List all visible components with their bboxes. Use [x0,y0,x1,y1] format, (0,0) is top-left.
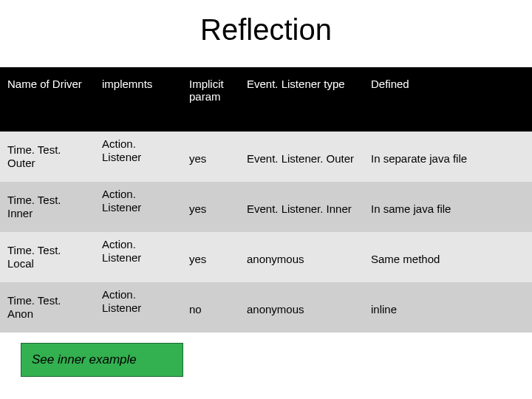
table-row: Time. Test. Anon Action. Listener no ano… [0,282,532,332]
table-row: Time. Test. Local Action. Listener yes a… [0,232,532,282]
cell-name: Time. Test. Inner [0,182,95,232]
cell-implicit: no [182,282,239,332]
see-inner-example-link[interactable]: See inner example [21,343,183,377]
slide: Reflection Name of Driver implemnts Impl… [0,0,532,399]
table-row: Time. Test. Inner Action. Listener yes E… [0,182,532,232]
cell-implements: Action. Listener [95,132,182,182]
cell-implements: Action. Listener [95,232,182,282]
cell-implicit: yes [182,232,239,282]
col-header-implements: implemnts [95,67,182,132]
cell-name: Time. Test. Local [0,232,95,282]
cell-defined: In same java file [364,182,532,232]
table-header-row: Name of Driver implemnts Implicit param … [0,67,532,132]
cell-type: anonymous [239,232,364,282]
cell-name: Time. Test. Outer [0,132,95,182]
cell-defined: inline [364,282,532,332]
col-header-defined: Defined [364,67,532,132]
cell-implicit: yes [182,132,239,182]
cell-implicit: yes [182,182,239,232]
col-header-implicit: Implicit param [182,67,239,132]
col-header-name: Name of Driver [0,67,95,132]
cell-name: Time. Test. Anon [0,282,95,332]
cell-defined: In separate java file [364,132,532,182]
cell-implements: Action. Listener [95,182,182,232]
col-header-type: Event. Listener type [239,67,364,132]
cell-type: Event. Listener. Outer [239,132,364,182]
cell-type: anonymous [239,282,364,332]
cell-defined: Same method [364,232,532,282]
table-row: Time. Test. Outer Action. Listener yes E… [0,132,532,182]
cell-implements: Action. Listener [95,282,182,332]
reflection-table: Name of Driver implemnts Implicit param … [0,67,532,332]
slide-title: Reflection [0,13,532,47]
cell-type: Event. Listener. Inner [239,182,364,232]
